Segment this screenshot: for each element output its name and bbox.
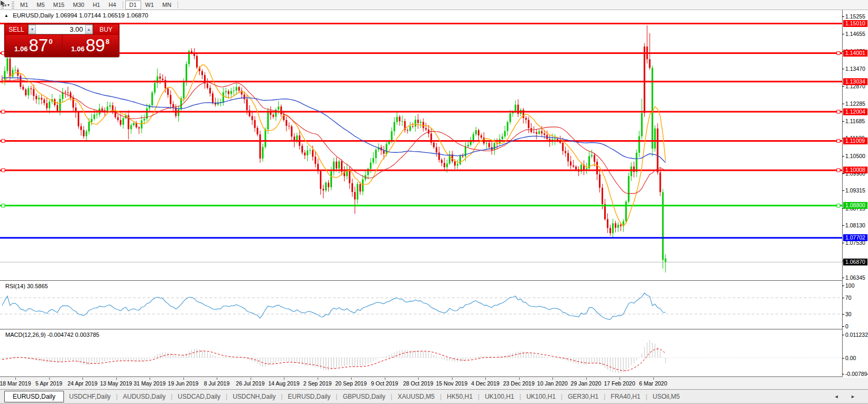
date-tick [385,378,385,380]
buy-price-button[interactable]: 1.06 89 8 [62,35,119,57]
tab-scroll-arrows[interactable]: ◄ ► [834,394,861,399]
buy-price-main: 89 [86,36,105,55]
trading-terminal: ▾ M1M5M15M30H1H4D1W1MN ▲ EURUSD,Daily 1.… [0,0,868,404]
line-handle[interactable] [2,110,5,113]
line-handle[interactable] [2,169,5,172]
timeframe-button-m1[interactable]: M1 [16,1,32,10]
date-label: 6 Mar 2020 [630,380,677,387]
date-tick [217,378,217,380]
price-tick-label: 1.12285 [845,100,865,107]
moving-average-8 [2,65,666,226]
rsi-tick-label: 0 [845,323,848,329]
one-click-trading-panel: SELL ▼ 3.00 ▲ BUY 1.06 87 0 1.06 89 8 [4,23,119,57]
cursor-tool-caret-icon[interactable]: ▾ [7,3,10,7]
timeframe-button-m5[interactable]: M5 [32,1,49,10]
date-tick [452,378,453,380]
chart-tab-usdcnh-daily[interactable]: USDCNH,Daily [227,391,281,402]
rsi-line [2,293,666,319]
price-tick-label: 1.11685 [845,118,865,124]
sell-price-button[interactable]: 1.06 87 0 [5,35,62,57]
date-tick [150,378,150,380]
sell-button[interactable]: SELL [5,24,27,34]
chart-tab-usdchf-daily[interactable]: USDCHF,Daily [64,391,116,402]
date-tick [284,378,284,380]
timeframe-button-m30[interactable]: M30 [69,1,88,10]
sell-price-main: 87 [29,36,48,55]
price-badge-1.10008: 1.10008 [843,167,867,173]
price-axis[interactable]: 1.152551.146551.140701.134701.128701.122… [843,10,868,377]
macd-panel[interactable]: MACD(12,26,9) -0.004742 0.003785 [0,329,842,377]
date-tick [552,378,553,380]
volume-input[interactable]: 3.00 [36,25,85,34]
timeframe-button-mn[interactable]: MN [158,1,176,10]
price-badge-1.08800: 1.08800 [843,202,867,209]
date-tick [519,378,520,380]
price-tick-label: 1.14655 [845,31,865,37]
macd-histogram [2,340,666,373]
price-tick-label: 1.13470 [845,66,865,72]
date-tick [653,378,654,380]
macd-tick-dash [842,358,844,359]
chart-tab-hk50-h1[interactable]: HK50,H1 [441,391,478,402]
date-tick [485,378,486,380]
chart-tab-ger30-h1[interactable]: GER30,H1 [562,391,604,402]
price-badge-1.14001: 1.14001 [843,50,867,57]
chart-tab-usdcad-daily[interactable]: USDCAD,Daily [172,391,226,402]
timeframe-button-h4[interactable]: H4 [104,1,120,10]
timeframe-button-w1[interactable]: W1 [141,1,159,10]
chart-tab-gbpusd-daily[interactable]: GBPUSD,Daily [337,391,391,402]
timeframe-button-d1[interactable]: D1 [125,1,141,10]
chart-tab-eurusd-daily[interactable]: EURUSD,Daily [4,391,64,402]
price-tick-dash [842,16,844,17]
date-tick [318,378,318,380]
main-chart-panel[interactable]: ▲ EURUSD,Daily 1.06994 1.07144 1.06519 1… [0,10,842,281]
line-handle[interactable] [2,204,5,207]
price-badge-1.11009: 1.11009 [843,137,867,144]
chart-tab-xauusd-m5[interactable]: XAUUSD,M5 [392,391,440,402]
macd-tick-label: 0.00 [845,355,856,361]
timeframe-buttons: M1M5M15M30H1H4D1W1MN [16,1,180,10]
price-tick-dash [842,156,844,157]
macd-chart [0,329,842,377]
price-badge-1.06870: 1.06870 [843,259,867,265]
line-handle[interactable] [2,139,5,142]
price-tick-dash [842,225,844,226]
buy-price-pip: 8 [106,38,109,45]
volume-increase-button[interactable]: ▲ [85,25,93,34]
price-tick-label: 1.09315 [845,187,865,194]
timeframe-button-m15[interactable]: M15 [49,1,69,10]
line-handle[interactable] [837,110,840,113]
chart-tab-audusd-daily[interactable]: AUDUSD,Daily [118,391,171,402]
volume-stepper: ▼ 3.00 ▲ [28,24,93,34]
chart-tab-bar: EURUSD,DailyUSDCHF,Daily|AUDUSD,Daily|US… [0,389,868,403]
chart-symbol-label: EURUSD,Daily [13,12,53,19]
collapse-triangle-icon[interactable]: ▲ [4,13,8,18]
line-handle[interactable] [837,139,840,142]
chart-tab-usoil-m5[interactable]: USOil,M5 [648,391,685,402]
line-handle[interactable] [837,52,840,55]
sell-price-pip: 0 [49,38,52,45]
line-handle[interactable] [837,204,840,207]
rsi-panel[interactable]: RSI(14) 30.5865 [0,281,842,329]
price-badge-1.12004: 1.12004 [843,108,867,115]
volume-decrease-button[interactable]: ▼ [29,25,36,34]
macd-tick-dash [842,374,844,374]
date-tick [82,378,83,380]
chart-tab-uk100-h1[interactable]: UK100,H1 [479,391,519,402]
macd-label: MACD(12,26,9) -0.004742 0.003785 [5,332,99,338]
line-handle[interactable] [837,169,840,172]
time-axis[interactable]: 18 Mar 20195 Apr 201924 Apr 201913 May 2… [0,378,868,389]
chart-tab-eurusd-daily[interactable]: EURUSD,Daily [283,391,336,402]
macd-tick-dash [842,335,844,335]
candlestick-series [2,25,667,272]
date-tick [116,378,117,380]
price-tick-dash [842,69,844,69]
date-tick [251,378,251,380]
buy-button[interactable]: BUY [94,24,118,34]
timeframe-button-h1[interactable]: H1 [88,1,104,10]
chart-tab-uk100-h1[interactable]: UK100,H1 [521,391,561,402]
cursor-tool-button[interactable]: ▾ [5,1,11,10]
rsi-tick-dash [842,286,844,286]
chart-tab-fra40-h1[interactable]: FRA40,H1 [605,391,645,402]
candlestick-chart[interactable] [0,10,842,280]
